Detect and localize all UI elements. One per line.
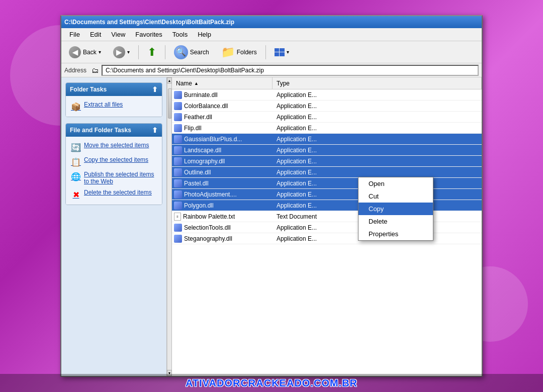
- context-menu-item-open[interactable]: Open: [358, 177, 433, 190]
- scroll-up-btn[interactable]: ▲: [167, 77, 172, 83]
- file-row[interactable]: Pastel.dllApplication E...: [172, 178, 482, 189]
- file-row[interactable]: Lomography.dllApplication E...: [172, 156, 482, 167]
- back-dropdown-icon: ▾: [99, 49, 101, 55]
- file-name: Outline.dll: [184, 169, 211, 176]
- dll-icon: [174, 124, 182, 132]
- views-button[interactable]: ▾: [270, 46, 294, 59]
- views-icon: [275, 48, 285, 56]
- name-column-header[interactable]: Name ▲: [172, 77, 273, 89]
- file-name: Feather.dll: [184, 114, 212, 121]
- dll-icon: [174, 113, 182, 121]
- search-button[interactable]: 🔍 Search: [169, 43, 214, 62]
- file-folder-tasks-header[interactable]: File and Folder Tasks ⬆: [66, 124, 162, 137]
- dll-icon: [174, 102, 182, 110]
- context-menu-item-properties[interactable]: Properties: [358, 228, 433, 240]
- file-row[interactable]: ColorBalance.dllApplication E...: [172, 101, 482, 112]
- context-menu-item-delete[interactable]: Delete: [358, 215, 433, 228]
- scroll-thumb[interactable]: [168, 88, 172, 119]
- context-menu-item-cut[interactable]: Cut: [358, 190, 433, 203]
- copy-selected-item[interactable]: 📋 Copy the selected items: [70, 154, 158, 169]
- file-row[interactable]: Flip.dllApplication E...: [172, 123, 482, 134]
- file-list-container: Name ▲ Type Burninate.dllApplication E..…: [172, 77, 482, 376]
- extract-label: Extract all files: [84, 101, 123, 108]
- folders-button[interactable]: 📁 Folders: [217, 43, 261, 61]
- file-row[interactable]: Landscape.dllApplication E...: [172, 145, 482, 156]
- file-row[interactable]: GaussianBlurPlus.d...Application E...: [172, 134, 482, 145]
- publish-icon: 🌐: [71, 171, 81, 181]
- delete-icon: ✖: [71, 189, 81, 200]
- menu-view[interactable]: View: [107, 30, 129, 39]
- file-list[interactable]: Burninate.dllApplication E...ColorBalanc…: [172, 89, 482, 376]
- file-row[interactable]: SelectionTools.dllApplication E...: [172, 222, 482, 233]
- address-input[interactable]: [102, 65, 479, 76]
- move-selected-item[interactable]: 🔄 Move the selected items: [70, 140, 158, 154]
- left-scroll[interactable]: ▲ ▼: [167, 77, 172, 376]
- scroll-track: [167, 83, 171, 370]
- file-row[interactable]: ≡Rainbow Palette.txtText Document: [172, 211, 482, 222]
- file-name-cell: SelectionTools.dll: [172, 224, 273, 232]
- file-name-cell: PhotoAdjustment....: [172, 190, 273, 199]
- file-name-cell: ColorBalance.dll: [172, 102, 273, 110]
- dll-icon: [174, 224, 182, 232]
- dll-icon: [174, 91, 182, 99]
- file-row[interactable]: Steganography.dllApplication E...: [172, 233, 482, 244]
- title-bar-text: C:\Documents and Settings\Cient\Desktop\…: [64, 19, 234, 26]
- file-name-cell: ≡Rainbow Palette.txt: [172, 213, 273, 221]
- extract-all-files-item[interactable]: 📦 Extract all files: [70, 99, 158, 114]
- copy-icon: 📋: [71, 157, 81, 167]
- file-type-cell: Application E...: [273, 125, 482, 132]
- file-row[interactable]: Feather.dllApplication E...: [172, 112, 482, 123]
- file-name: SelectionTools.dll: [184, 224, 231, 231]
- file-folder-tasks-title: File and Folder Tasks: [70, 127, 131, 134]
- dll-icon: [174, 179, 182, 187]
- menu-help[interactable]: Help: [194, 30, 215, 39]
- file-name: GaussianBlurPlus.d...: [184, 136, 242, 143]
- dll-icon: [174, 190, 182, 199]
- forward-icon: ▶: [113, 46, 125, 58]
- separator-1: [138, 45, 139, 59]
- forward-button[interactable]: ▶ ▾: [109, 44, 134, 61]
- menu-bar: File Edit View Favorites Tools Help: [61, 28, 482, 41]
- left-panel: Folder Tasks ⬆ 📦 Extract all files File …: [61, 77, 167, 376]
- file-name-cell: Landscape.dll: [172, 146, 273, 154]
- delete-selected-item[interactable]: ✖ Delete the selected items: [70, 187, 158, 202]
- publish-label: Publish the selected items to the Web: [84, 171, 157, 185]
- address-icon: 🗂: [92, 66, 99, 74]
- file-row[interactable]: Polygon.dllApplication E...: [172, 200, 482, 211]
- file-name: PhotoAdjustment....: [184, 191, 237, 198]
- publish-selected-item[interactable]: 🌐 Publish the selected items to the Web: [70, 169, 158, 187]
- folder-tasks-chevron: ⬆: [152, 85, 158, 93]
- main-content: Folder Tasks ⬆ 📦 Extract all files File …: [61, 77, 482, 376]
- folder-tasks-header[interactable]: Folder Tasks ⬆: [66, 83, 162, 96]
- context-menu: OpenCutCopyDeleteProperties: [358, 177, 433, 241]
- dll-icon: [174, 146, 182, 154]
- menu-edit[interactable]: Edit: [86, 30, 105, 39]
- menu-favorites[interactable]: Favorites: [131, 30, 166, 39]
- file-name-cell: Outline.dll: [172, 168, 273, 176]
- file-type-cell: Application E...: [273, 158, 482, 165]
- file-row[interactable]: Burninate.dllApplication E...: [172, 89, 482, 101]
- folder-tasks-title: Folder Tasks: [70, 86, 107, 93]
- separator-2: [165, 45, 165, 59]
- file-type-cell: Application E...: [273, 103, 482, 110]
- file-row[interactable]: Outline.dllApplication E...: [172, 167, 482, 178]
- context-menu-item-copy[interactable]: Copy: [358, 203, 433, 215]
- folders-icon: 📁: [221, 46, 235, 59]
- menu-tools[interactable]: Tools: [168, 30, 192, 39]
- file-row[interactable]: PhotoAdjustment....Application E...: [172, 189, 482, 200]
- menu-file[interactable]: File: [65, 30, 84, 39]
- dll-icon: [174, 202, 182, 210]
- file-name: Polygon.dll: [184, 202, 214, 209]
- file-folder-tasks-section: File and Folder Tasks ⬆ 🔄 Move the selec…: [65, 123, 162, 205]
- file-name-cell: Burninate.dll: [172, 91, 273, 99]
- copy-label: Copy the selected items: [84, 156, 148, 163]
- up-button[interactable]: ⬆: [143, 43, 161, 61]
- search-label: Search: [190, 49, 209, 56]
- txt-icon: ≡: [174, 213, 181, 221]
- search-icon: 🔍: [174, 45, 188, 59]
- back-button[interactable]: ◀ Back ▾: [64, 44, 106, 61]
- type-column-header[interactable]: Type: [273, 77, 482, 89]
- name-sort-icon: ▲: [194, 81, 199, 86]
- file-name: ColorBalance.dll: [184, 103, 228, 110]
- windows-explorer-window: C:\Documents and Settings\Cient\Desktop\…: [60, 15, 483, 377]
